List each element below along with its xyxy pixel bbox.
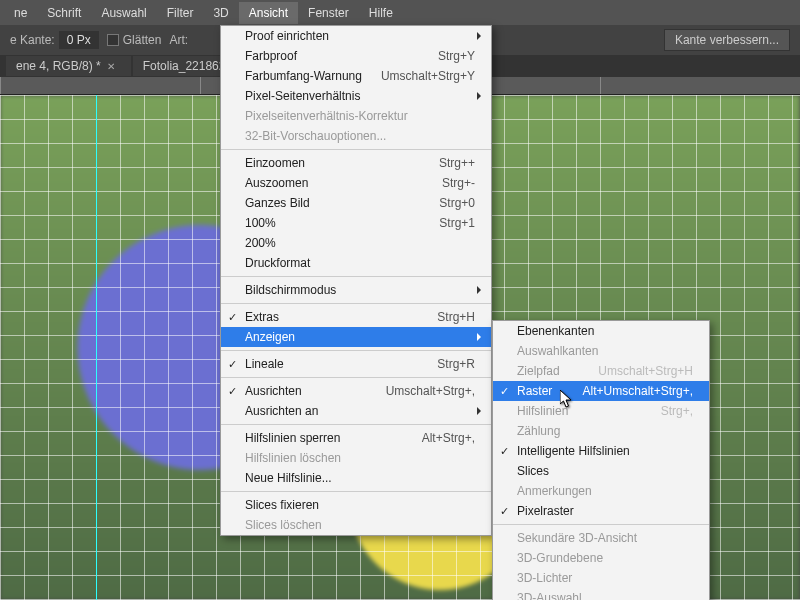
menu-item-label: Neue Hilfslinie... xyxy=(245,471,475,485)
close-icon[interactable]: ✕ xyxy=(107,61,115,72)
menu-item-label: Auswahlkanten xyxy=(517,344,693,358)
view-menu: Proof einrichtenFarbproofStrg+YFarbumfan… xyxy=(220,25,492,536)
menu-item-label: Ausrichten an xyxy=(245,404,475,418)
menu-item-label: Lineale xyxy=(245,357,423,371)
view-menu-item[interactable]: LinealeStrg+R xyxy=(221,354,491,374)
menu-item-shortcut: Umschalt+Strg+, xyxy=(386,384,475,398)
style-label: Art: xyxy=(169,33,188,47)
view-menu-item[interactable]: 200% xyxy=(221,233,491,253)
menu-separator xyxy=(221,424,491,425)
show-submenu-item: 3D-Lichter xyxy=(493,568,709,588)
menu-item-label: Ebenenkanten xyxy=(517,324,693,338)
menu-item-shortcut: Alt+Umschalt+Strg+, xyxy=(583,384,693,398)
view-menu-item[interactable]: Ganzes BildStrg+0 xyxy=(221,193,491,213)
menu-separator xyxy=(221,491,491,492)
menu-item-label: 3D-Lichter xyxy=(517,571,693,585)
menu-item-label: Zielpfad xyxy=(517,364,584,378)
menu-item-label: Slices fixieren xyxy=(245,498,475,512)
menu-fenster[interactable]: Fenster xyxy=(298,2,359,24)
menu-schrift[interactable]: Schrift xyxy=(37,2,91,24)
view-menu-item[interactable]: EinzoomenStrg++ xyxy=(221,153,491,173)
menu-item-label: Farbproof xyxy=(245,49,424,63)
show-submenu: EbenenkantenAuswahlkantenZielpfadUmschal… xyxy=(492,320,710,600)
antialias-checkbox[interactable] xyxy=(107,34,119,46)
menu-3d[interactable]: 3D xyxy=(203,2,238,24)
show-submenu-item: 3D-Auswahl xyxy=(493,588,709,600)
menu-item-label: 3D-Grundebene xyxy=(517,551,693,565)
menu-item-label: Pixelraster xyxy=(517,504,693,518)
menu-item-label: Hilfslinien sperren xyxy=(245,431,408,445)
menu-separator xyxy=(221,276,491,277)
menu-item-label: Extras xyxy=(245,310,423,324)
view-menu-item[interactable]: Proof einrichten xyxy=(221,26,491,46)
menu-hilfe[interactable]: Hilfe xyxy=(359,2,403,24)
view-menu-item[interactable]: FarbproofStrg+Y xyxy=(221,46,491,66)
menu-separator xyxy=(221,149,491,150)
menu-item-shortcut: Strg++ xyxy=(439,156,475,170)
view-menu-item[interactable]: Pixel-Seitenverhältnis xyxy=(221,86,491,106)
menu-filter[interactable]: Filter xyxy=(157,2,204,24)
menu-item-shortcut: Strg+H xyxy=(437,310,475,324)
menu-item-shortcut: Strg+0 xyxy=(439,196,475,210)
show-submenu-item: Zählung xyxy=(493,421,709,441)
feather-label: e Kante: xyxy=(10,33,55,47)
view-menu-item[interactable]: AusrichtenUmschalt+Strg+, xyxy=(221,381,491,401)
view-menu-item[interactable]: Neue Hilfslinie... xyxy=(221,468,491,488)
view-menu-item[interactable]: Bildschirmmodus xyxy=(221,280,491,300)
show-submenu-item: 3D-Grundebene xyxy=(493,548,709,568)
refine-edge-button[interactable]: Kante verbessern... xyxy=(664,29,790,51)
menubar: neSchriftAuswahlFilter3DAnsichtFensterHi… xyxy=(0,0,800,25)
menu-item-shortcut: Strg+R xyxy=(437,357,475,371)
view-menu-item[interactable]: Druckformat xyxy=(221,253,491,273)
show-submenu-item[interactable]: Ebenenkanten xyxy=(493,321,709,341)
show-submenu-item: HilfslinienStrg+, xyxy=(493,401,709,421)
menu-item-label: Druckformat xyxy=(245,256,475,270)
view-menu-item[interactable]: 100%Strg+1 xyxy=(221,213,491,233)
menu-item-label: Hilfslinien löschen xyxy=(245,451,475,465)
menu-item-label: Pixelseitenverhältnis-Korrektur xyxy=(245,109,475,123)
menu-item-shortcut: Umschalt+Strg+Y xyxy=(381,69,475,83)
antialias-label: Glätten xyxy=(123,33,162,47)
show-submenu-item: Anmerkungen xyxy=(493,481,709,501)
menu-item-shortcut: Strg+1 xyxy=(439,216,475,230)
menu-item-shortcut: Strg+, xyxy=(661,404,693,418)
menu-item-label: 32-Bit-Vorschauoptionen... xyxy=(245,129,475,143)
menu-item-label: Sekundäre 3D-Ansicht xyxy=(517,531,693,545)
menu-item-label: 100% xyxy=(245,216,425,230)
menu-ne[interactable]: ne xyxy=(4,2,37,24)
show-submenu-item[interactable]: Pixelraster xyxy=(493,501,709,521)
guide-line[interactable] xyxy=(96,95,97,600)
menu-item-label: Hilfslinien xyxy=(517,404,647,418)
view-menu-item[interactable]: ExtrasStrg+H xyxy=(221,307,491,327)
view-menu-item[interactable]: Farbumfang-WarnungUmschalt+Strg+Y xyxy=(221,66,491,86)
show-submenu-item[interactable]: RasterAlt+Umschalt+Strg+, xyxy=(493,381,709,401)
menu-auswahl[interactable]: Auswahl xyxy=(91,2,156,24)
view-menu-item[interactable]: AuszoomenStrg+- xyxy=(221,173,491,193)
menu-item-label: Proof einrichten xyxy=(245,29,475,43)
menu-item-shortcut: Umschalt+Strg+H xyxy=(598,364,693,378)
view-menu-item: 32-Bit-Vorschauoptionen... xyxy=(221,126,491,146)
menu-item-shortcut: Alt+Strg+, xyxy=(422,431,475,445)
menu-separator xyxy=(221,303,491,304)
menu-ansicht[interactable]: Ansicht xyxy=(239,2,298,24)
menu-item-shortcut: Strg+- xyxy=(442,176,475,190)
menu-separator xyxy=(493,524,709,525)
menu-separator xyxy=(221,377,491,378)
menu-item-label: Pixel-Seitenverhältnis xyxy=(245,89,475,103)
document-tab[interactable]: ene 4, RGB/8) *✕ xyxy=(6,56,131,76)
menu-item-label: Anmerkungen xyxy=(517,484,693,498)
menu-item-label: Raster xyxy=(517,384,569,398)
menu-item-label: Slices löschen xyxy=(245,518,475,532)
view-menu-item[interactable]: Ausrichten an xyxy=(221,401,491,421)
view-menu-item[interactable]: Anzeigen xyxy=(221,327,491,347)
show-submenu-item[interactable]: Slices xyxy=(493,461,709,481)
show-submenu-item: Auswahlkanten xyxy=(493,341,709,361)
menu-item-label: Farbumfang-Warnung xyxy=(245,69,367,83)
view-menu-item[interactable]: Slices fixieren xyxy=(221,495,491,515)
show-submenu-item: ZielpfadUmschalt+Strg+H xyxy=(493,361,709,381)
show-submenu-item[interactable]: Intelligente Hilfslinien xyxy=(493,441,709,461)
view-menu-item[interactable]: Hilfslinien sperrenAlt+Strg+, xyxy=(221,428,491,448)
menu-item-label: Slices xyxy=(517,464,693,478)
feather-value[interactable]: 0 Px xyxy=(59,31,99,49)
view-menu-item: Slices löschen xyxy=(221,515,491,535)
